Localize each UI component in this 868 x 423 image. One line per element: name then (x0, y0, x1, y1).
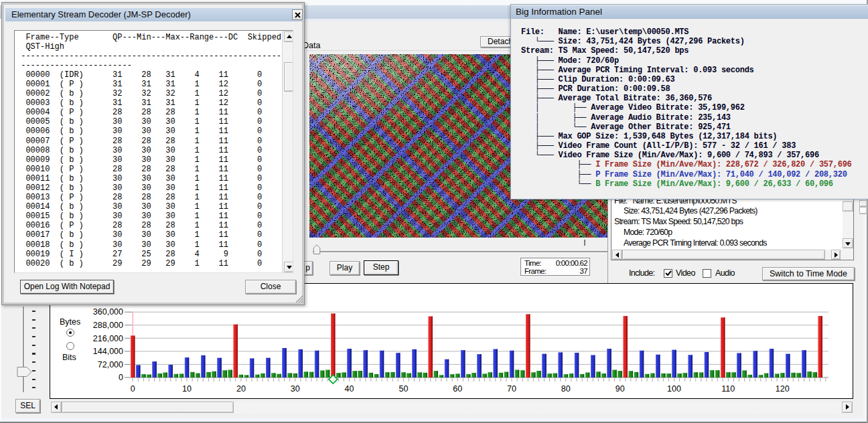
svg-text:120: 120 (776, 384, 790, 394)
svg-text:0: 0 (131, 384, 135, 394)
svg-text:100: 100 (667, 384, 681, 394)
svg-text:216,000: 216,000 (93, 334, 123, 343)
svg-text:90: 90 (616, 384, 625, 394)
svg-text:0: 0 (119, 373, 123, 382)
svg-text:60: 60 (453, 384, 462, 394)
svg-text:72,000: 72,000 (98, 360, 123, 369)
svg-text:40: 40 (345, 384, 354, 394)
svg-text:10: 10 (182, 384, 192, 394)
svg-text:50: 50 (399, 384, 408, 394)
svg-text:20: 20 (236, 384, 246, 394)
svg-text:80: 80 (561, 384, 571, 394)
svg-text:288,000: 288,000 (93, 321, 123, 330)
svg-text:110: 110 (721, 384, 735, 394)
svg-text:70: 70 (507, 384, 516, 394)
svg-text:144,000: 144,000 (93, 347, 123, 356)
svg-text:30: 30 (291, 384, 300, 394)
svg-text:360,000: 360,000 (93, 307, 123, 317)
